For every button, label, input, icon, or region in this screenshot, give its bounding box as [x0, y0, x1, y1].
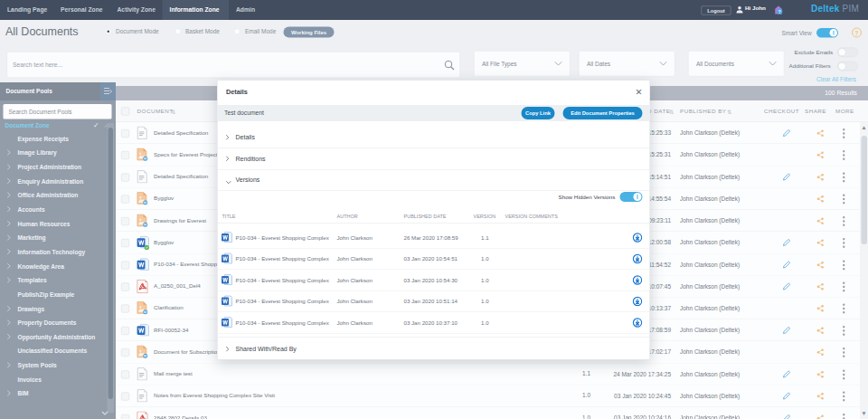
svg-text:?: ?: [778, 10, 781, 14]
